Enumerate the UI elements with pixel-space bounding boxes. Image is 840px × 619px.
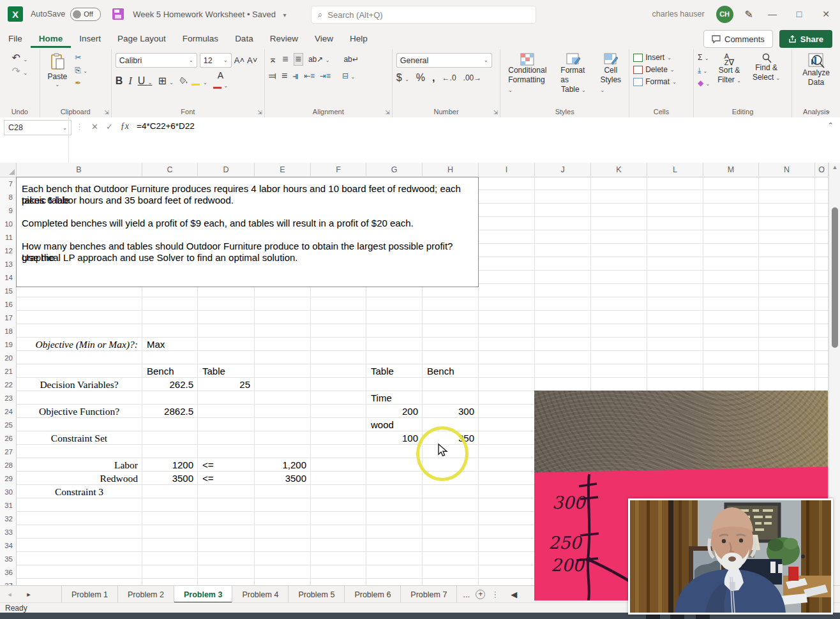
font-dialog-launcher[interactable]: ⇲	[257, 109, 262, 116]
cell-D22[interactable]: 25	[198, 378, 255, 391]
decrease-decimal-icon[interactable]: .00→	[463, 73, 482, 83]
wrap-text-icon[interactable]: ab↵	[343, 55, 358, 64]
cell-H21[interactable]: Bench	[423, 364, 479, 378]
column-header[interactable]: I	[479, 163, 535, 176]
more-sheets-button[interactable]: ...	[457, 586, 476, 603]
fill-icon[interactable]: ⤓ ⌄	[698, 66, 710, 75]
cell-B29[interactable]: Redwood	[16, 472, 142, 485]
row-header[interactable]: 27	[0, 445, 15, 458]
conditional-formatting-button[interactable]: Conditional Formatting ⌄	[504, 52, 550, 96]
fill-color-icon[interactable]: ⌄	[179, 75, 207, 87]
orientation-icon[interactable]: ab↗ ⌄	[308, 55, 329, 64]
minimize-button[interactable]: —	[765, 9, 780, 19]
borders-icon[interactable]: ⊞ ⌄	[158, 76, 174, 86]
row-header[interactable]: 29	[0, 472, 15, 485]
format-painter-icon[interactable]: ✒	[75, 78, 87, 88]
copy-icon[interactable]: ⎘ ⌄	[75, 66, 87, 75]
name-box[interactable]: C28 ⌄	[4, 120, 71, 135]
search-input[interactable]: ⌕ Search (Alt+Q)	[311, 6, 536, 24]
cell-E28[interactable]: 1,200	[255, 458, 311, 472]
row-header[interactable]: 18	[0, 324, 15, 338]
row-header[interactable]: 7	[0, 177, 15, 190]
cell-B22[interactable]: Decision Variables?	[16, 378, 142, 391]
ribbon-tab[interactable]: Review	[262, 29, 306, 48]
column-header[interactable]: K	[591, 163, 647, 176]
comma-style-icon[interactable]: ,	[432, 73, 435, 83]
comments-button[interactable]: Comments	[703, 30, 773, 48]
align-middle-icon[interactable]: ≡	[282, 54, 288, 64]
row-header[interactable]: 23	[0, 391, 15, 405]
ribbon-tab[interactable]: Insert	[71, 29, 109, 48]
cell-B28[interactable]: Labor	[16, 458, 142, 472]
formula-bar-collapse-icon[interactable]: ⌃	[828, 121, 834, 130]
increase-font-icon[interactable]: A˄	[234, 56, 244, 65]
maximize-button[interactable]: □	[791, 9, 807, 19]
font-color-icon[interactable]: A ⌄	[213, 72, 229, 89]
sort-filter-button[interactable]: AZ∇ Sort & Filter ⌄	[714, 52, 745, 88]
cell-C19[interactable]: Max	[142, 338, 198, 351]
font-size-select[interactable]: 12⌄	[200, 53, 232, 68]
bold-button[interactable]: B	[116, 76, 123, 86]
undo-icon[interactable]: ↶ ⌄	[12, 53, 28, 63]
new-sheet-button[interactable]: +	[476, 590, 485, 599]
align-right-icon[interactable]: ⫣	[292, 71, 299, 81]
align-bottom-icon[interactable]: ≡	[294, 53, 303, 66]
column-header[interactable]: E	[255, 163, 311, 176]
scroll-up-icon[interactable]: ▲	[829, 164, 840, 170]
row-header[interactable]: 12	[0, 244, 15, 257]
column-header[interactable]: M	[703, 163, 759, 176]
formula-input[interactable]: =4*C22+6*D22	[137, 121, 195, 131]
sheet-tab[interactable]: Problem 4	[232, 586, 289, 603]
increase-indent-icon[interactable]: ⇥≡	[320, 71, 331, 81]
align-center-icon[interactable]: ≡	[281, 71, 287, 81]
row-header[interactable]: 34	[0, 539, 15, 552]
alignment-dialog-launcher[interactable]: ⇲	[385, 109, 390, 116]
insert-cells-button[interactable]: Insert ⌄	[633, 53, 689, 62]
row-header[interactable]: 11	[0, 230, 15, 244]
column-header[interactable]: G	[366, 163, 423, 176]
cell-D21[interactable]: Table	[198, 364, 255, 378]
row-header[interactable]: 9	[0, 204, 15, 217]
row-header[interactable]: 26	[0, 431, 15, 445]
increase-decimal-icon[interactable]: ←.0	[442, 73, 456, 83]
row-header[interactable]: 16	[0, 297, 15, 311]
ribbon-tab[interactable]: View	[306, 29, 341, 48]
document-title[interactable]: Week 5 Homework Worksheet • Saved ▾	[133, 10, 286, 19]
cell-C24[interactable]: 2862.5	[142, 405, 198, 418]
row-header[interactable]: 20	[0, 351, 15, 364]
number-format-select[interactable]: General⌄	[396, 53, 492, 68]
enter-formula-icon[interactable]: ✓	[106, 122, 113, 131]
cell-B19[interactable]: Objective (Min or Max)?:	[16, 338, 142, 351]
cell-styles-button[interactable]: Cell Styles ⌄	[596, 52, 625, 96]
paste-button[interactable]: Paste ⌄	[44, 52, 71, 89]
percent-icon[interactable]: %	[416, 73, 425, 83]
cell-G25[interactable]: wood	[366, 418, 423, 431]
sheet-tab[interactable]: Problem 6	[345, 586, 401, 603]
cell-C28[interactable]: 1200	[142, 458, 198, 472]
column-header[interactable]: N	[759, 163, 815, 176]
column-header[interactable]: B	[16, 163, 142, 176]
format-as-table-button[interactable]: Format as Table ⌄	[557, 52, 590, 96]
cell-H24[interactable]: 300	[423, 405, 479, 418]
tab-options-icon[interactable]: ⋮	[485, 586, 505, 603]
ribbon-tab[interactable]: Home	[31, 29, 71, 48]
column-header[interactable]: H	[423, 163, 479, 176]
cell-D28[interactable]: <=	[198, 458, 255, 472]
ribbon-tab[interactable]: Help	[341, 29, 376, 48]
clipboard-dialog-launcher[interactable]: ⇲	[104, 109, 109, 116]
analyze-data-button[interactable]: Analyze Data	[796, 52, 836, 89]
find-select-button[interactable]: Find & Select ⌄	[749, 52, 784, 88]
row-header[interactable]: 24	[0, 405, 15, 418]
decrease-font-icon[interactable]: A˅	[247, 56, 257, 65]
sheet-tab[interactable]: Problem 5	[289, 586, 345, 603]
column-header[interactable]: O	[815, 163, 829, 176]
cell-G26[interactable]: 100	[366, 431, 423, 445]
cell-G24[interactable]: 200	[366, 405, 423, 418]
cell-E29[interactable]: 3500	[255, 472, 311, 485]
cell-B26[interactable]: Constraint Set	[16, 431, 142, 445]
delete-cells-button[interactable]: Delete ⌄	[633, 65, 689, 74]
row-header[interactable]: 14	[0, 271, 15, 284]
sheet-tab[interactable]: Problem 3	[174, 586, 232, 603]
cut-icon[interactable]: ✂	[75, 53, 87, 63]
cell-B24[interactable]: Objective Function?	[16, 405, 142, 418]
